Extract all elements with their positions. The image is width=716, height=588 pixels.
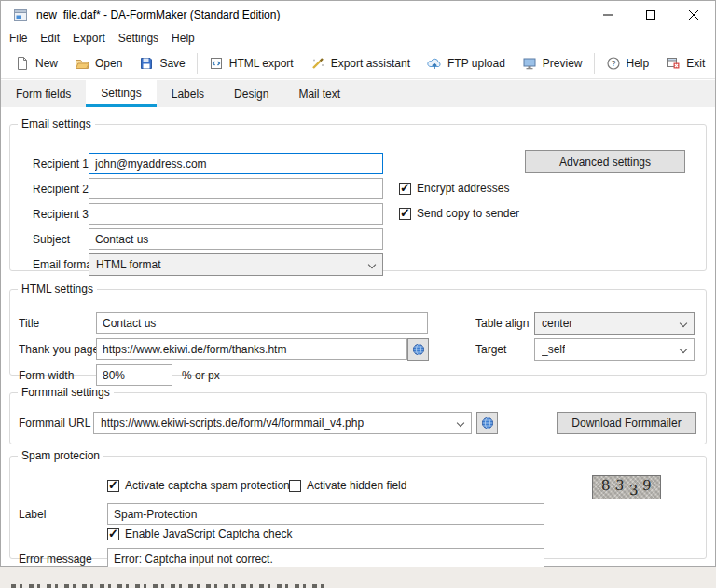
cloud-upload-icon [427,56,442,71]
export-assistant-button[interactable]: Export assistant [302,51,419,75]
error-message-label: Error message [19,552,92,567]
maximize-button[interactable] [629,1,672,28]
ftp-upload-button[interactable]: FTP upload [419,51,514,75]
send-copy-checkbox[interactable]: Send copy to sender [399,206,519,221]
checkbox-icon [107,480,119,492]
formmail-settings-legend: Formmail settings [18,386,114,399]
html-settings-legend: HTML settings [18,282,97,295]
wand-icon [310,56,325,71]
enable-js-captcha-checkbox[interactable]: Enable JavaScript Captcha check [107,526,292,541]
menu-bar: File Edit Export Settings Help [1,28,715,48]
form-width-label: Form width [19,368,74,383]
formmail-url-label: Formmail URL [19,416,90,431]
svg-text:?: ? [611,59,615,68]
captcha-image: 8 3 3 9 [592,475,661,499]
open-formmail-url-button[interactable] [476,412,498,434]
email-format-select[interactable]: HTML format [89,253,383,276]
table-align-select[interactable]: center [534,312,695,335]
html-export-icon [209,56,224,71]
subject-input[interactable] [89,228,383,250]
target-select[interactable]: _self [534,338,695,361]
window-title: new_file.daf* - DA-FormMaker (Standard E… [36,8,280,21]
open-thankyou-url-button[interactable] [407,338,429,361]
globe-icon [481,417,494,430]
title-label: Title [19,316,39,331]
spam-protection-legend: Spam protecion [18,449,103,462]
activate-captcha-checkbox[interactable]: Activate captcha spam protection [107,478,290,493]
activate-hidden-field-checkbox[interactable]: Activate hidden field [289,478,406,493]
menu-settings[interactable]: Settings [112,29,165,48]
tab-form-fields[interactable]: Form fields [1,80,86,107]
checkbox-icon [289,480,301,492]
minimize-icon [603,10,613,20]
new-button[interactable]: New [7,51,66,75]
form-width-input[interactable] [96,364,172,386]
email-settings-group: Email settings Recipient 1 Advanced sett… [9,117,707,271]
maximize-icon [646,10,655,20]
close-button[interactable] [672,1,715,28]
minimize-button[interactable] [586,1,629,28]
spam-label-input[interactable] [107,503,544,525]
recipient3-label: Recipient 3 [33,207,89,222]
tab-labels[interactable]: Labels [157,80,219,107]
recipient1-label: Recipient 1 [33,157,89,171]
checkbox-icon [107,528,119,540]
globe-icon [412,343,425,356]
menu-help[interactable]: Help [165,29,201,48]
target-label: Target [475,342,506,357]
open-button[interactable]: Open [66,51,131,75]
chevron-down-icon [457,419,464,427]
spam-protection-group: Spam protecion Activate captcha spam pro… [9,449,707,559]
checkbox-icon [399,183,411,195]
preview-button[interactable]: Preview [514,51,591,75]
tab-mail-text[interactable]: Mail text [283,80,355,107]
formmail-url-select[interactable]: https://www.ekiwi-scripts.de/form/v4/for… [93,412,472,434]
thankyou-input[interactable] [96,338,407,360]
help-button[interactable]: ? Help [598,51,658,75]
app-icon [13,7,28,22]
download-formmailer-button[interactable]: Download Formmailer [557,412,696,434]
formmail-settings-group: Formmail settings Formmail URL https://w… [9,386,707,444]
title-bar: new_file.daf* - DA-FormMaker (Standard E… [1,1,715,28]
close-icon [689,10,698,20]
recipient2-label: Recipient 2 [33,182,89,197]
chevron-down-icon [680,346,687,353]
cutoff-text-marks [11,584,324,588]
html-export-button[interactable]: HTML export [200,51,302,75]
menu-file[interactable]: File [3,29,34,48]
exit-icon [666,56,681,71]
chevron-down-icon [680,320,687,327]
open-folder-icon [75,56,90,71]
recipient3-input[interactable] [89,203,383,225]
window-controls [586,1,715,28]
table-align-label: Table align [475,316,529,331]
advanced-settings-button[interactable]: Advanced settings [525,150,685,173]
html-settings-group: HTML settings Title Table align center T… [9,282,707,376]
below-window-strip [0,567,716,588]
new-file-icon [15,56,30,71]
form-width-hint: % or px [182,368,220,383]
tab-design[interactable]: Design [219,80,283,107]
toolbar-separator [594,53,595,74]
monitor-icon [522,56,537,71]
subject-label: Subject [33,232,70,247]
recipient1-input[interactable] [89,153,383,174]
exit-button[interactable]: Exit [657,51,713,75]
screen: new_file.daf* - DA-FormMaker (Standard E… [0,0,716,588]
thankyou-label: Thank you page [19,342,99,357]
toolbar-separator [197,53,198,74]
tab-settings[interactable]: Settings [86,80,156,107]
encrypt-addresses-checkbox[interactable]: Encrypt addresses [399,181,509,196]
title-input[interactable] [96,312,428,334]
spam-label-label: Label [19,507,46,522]
save-icon [139,56,154,71]
tab-bar: Form fields Settings Labels Design Mail … [1,80,715,107]
chevron-down-icon [368,261,376,268]
save-button[interactable]: Save [131,51,193,75]
menu-export[interactable]: Export [66,29,112,48]
recipient2-input[interactable] [89,178,383,199]
email-settings-legend: Email settings [18,117,95,130]
help-icon: ? [606,56,621,71]
menu-edit[interactable]: Edit [34,29,66,48]
toolbar: New Open Save [1,48,715,79]
